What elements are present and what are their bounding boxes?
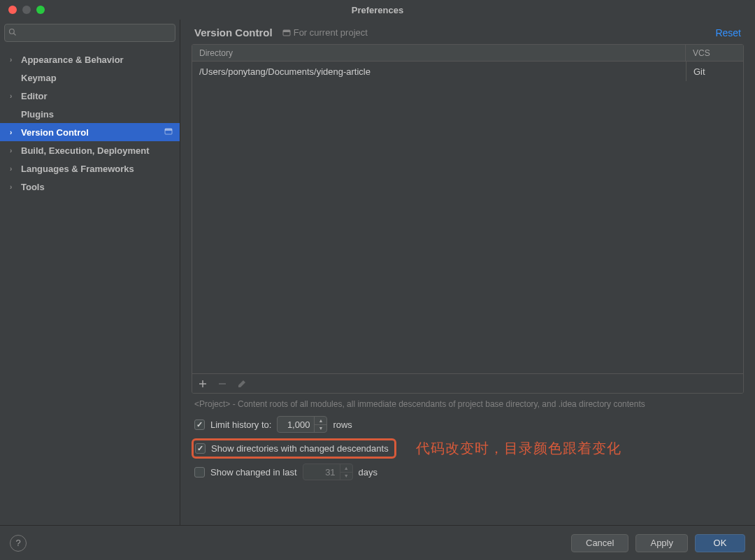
ok-button[interactable]: OK xyxy=(695,534,745,552)
help-button[interactable]: ? xyxy=(10,535,27,552)
show-changed-label: Show changed in last xyxy=(210,467,297,478)
sidebar-item-label: Languages & Frameworks xyxy=(21,164,134,174)
chevron-right-icon: › xyxy=(10,129,18,136)
spinner-buttons: ▲ ▼ xyxy=(314,417,326,432)
table-row[interactable]: /Users/ponytang/Documents/yideng-article… xyxy=(192,62,743,81)
column-header-vcs[interactable]: VCS xyxy=(686,48,743,58)
spinner-value: 31 xyxy=(303,467,340,478)
close-window-button[interactable] xyxy=(8,6,17,14)
sidebar-item-label: Version Control xyxy=(21,127,89,138)
edit-button[interactable] xyxy=(237,379,247,389)
option-limit-history: Limit history to: 1,000 ▲ ▼ rows xyxy=(194,416,741,433)
annotation-highlight: Show directories with changed descendant… xyxy=(192,438,396,459)
settings-tree: ›Appearance & Behavior Keymap ›Editor Pl… xyxy=(0,46,180,196)
svg-rect-3 xyxy=(165,129,172,131)
show-directories-label: Show directories with changed descendant… xyxy=(211,443,389,454)
sidebar-item-label: Appearance & Behavior xyxy=(21,55,124,65)
sidebar-item-editor[interactable]: ›Editor xyxy=(0,87,180,105)
project-scope-icon xyxy=(164,127,173,138)
hint-text: <Project> - Content roots of all modules… xyxy=(180,394,755,412)
footer: ? Cancel Apply OK xyxy=(0,525,755,560)
limit-history-checkbox[interactable] xyxy=(194,419,205,430)
footer-buttons: Cancel Apply OK xyxy=(571,534,745,552)
annotation-text: 代码改变时，目录颜色跟着变化 xyxy=(416,439,621,458)
table-toolbar xyxy=(192,373,743,393)
chevron-right-icon: › xyxy=(10,56,18,64)
sidebar-item-appearance[interactable]: ›Appearance & Behavior xyxy=(0,50,180,69)
chevron-right-icon: › xyxy=(10,147,18,155)
show-changed-checkbox[interactable] xyxy=(194,467,205,478)
search-icon xyxy=(8,28,17,36)
limit-history-unit: rows xyxy=(333,419,352,430)
apply-button[interactable]: Apply xyxy=(635,534,688,552)
chevron-right-icon: › xyxy=(10,92,18,100)
chevron-right-icon: › xyxy=(10,165,18,173)
page-title: Version Control xyxy=(194,27,273,38)
cancel-button[interactable]: Cancel xyxy=(571,534,628,552)
remove-button[interactable] xyxy=(217,379,227,389)
option-show-changed: Show changed in last 31 ▲ ▼ days xyxy=(194,464,741,480)
window-controls xyxy=(0,6,45,14)
sidebar-item-label: Plugins xyxy=(21,109,54,120)
chevron-right-icon: › xyxy=(10,183,18,191)
sidebar-item-label: Tools xyxy=(21,182,45,192)
reset-link[interactable]: Reset xyxy=(715,27,741,38)
vcs-table: Directory VCS /Users/ponytang/Documents/… xyxy=(192,44,744,394)
content-header: Version Control For current project Rese… xyxy=(180,20,755,44)
svg-rect-5 xyxy=(283,30,290,32)
spinner-buttons: ▲ ▼ xyxy=(340,464,352,480)
spinner-up-icon[interactable]: ▲ xyxy=(340,464,352,473)
sidebar-item-languages[interactable]: ›Languages & Frameworks xyxy=(0,159,180,178)
svg-line-1 xyxy=(14,34,16,36)
table-header: Directory VCS xyxy=(192,45,743,62)
sidebar-item-plugins[interactable]: Plugins xyxy=(0,105,180,123)
sidebar-item-label: Editor xyxy=(21,91,48,101)
spinner-value: 1,000 xyxy=(278,419,314,430)
scope-label: For current project xyxy=(282,27,368,38)
minimize-window-button[interactable] xyxy=(22,6,31,14)
search-input[interactable] xyxy=(4,24,175,42)
add-button[interactable] xyxy=(198,379,208,389)
settings-sidebar: ›Appearance & Behavior Keymap ›Editor Pl… xyxy=(0,20,180,525)
titlebar: Preferences xyxy=(0,0,755,20)
cell-vcs: Git xyxy=(686,62,743,81)
show-changed-spinner[interactable]: 31 ▲ ▼ xyxy=(303,464,353,480)
content-panel: Version Control For current project Rese… xyxy=(180,20,755,525)
option-show-directories: Show directories with changed descendant… xyxy=(194,440,741,457)
sidebar-item-keymap[interactable]: Keymap xyxy=(0,69,180,87)
show-changed-unit: days xyxy=(359,467,378,478)
svg-point-0 xyxy=(10,29,15,34)
spinner-down-icon[interactable]: ▼ xyxy=(315,425,326,433)
table-body: /Users/ponytang/Documents/yideng-article… xyxy=(192,62,743,373)
project-scope-icon xyxy=(282,29,291,37)
sidebar-item-label: Keymap xyxy=(21,73,57,83)
sidebar-item-tools[interactable]: ›Tools xyxy=(0,178,180,196)
cell-directory: /Users/ponytang/Documents/yideng-article xyxy=(192,66,686,77)
sidebar-item-build[interactable]: ›Build, Execution, Deployment xyxy=(0,141,180,159)
limit-history-spinner[interactable]: 1,000 ▲ ▼ xyxy=(277,416,327,433)
limit-history-label: Limit history to: xyxy=(210,419,271,430)
show-directories-checkbox[interactable] xyxy=(195,443,206,454)
sidebar-item-version-control[interactable]: ›Version Control xyxy=(0,123,180,141)
spinner-down-icon[interactable]: ▼ xyxy=(340,473,352,480)
options-group: Limit history to: 1,000 ▲ ▼ rows Show di… xyxy=(180,412,755,484)
sidebar-item-label: Build, Execution, Deployment xyxy=(21,145,149,156)
column-header-directory[interactable]: Directory xyxy=(192,45,686,61)
maximize-window-button[interactable] xyxy=(36,6,45,14)
window-title: Preferences xyxy=(352,5,403,15)
spinner-up-icon[interactable]: ▲ xyxy=(315,417,326,425)
